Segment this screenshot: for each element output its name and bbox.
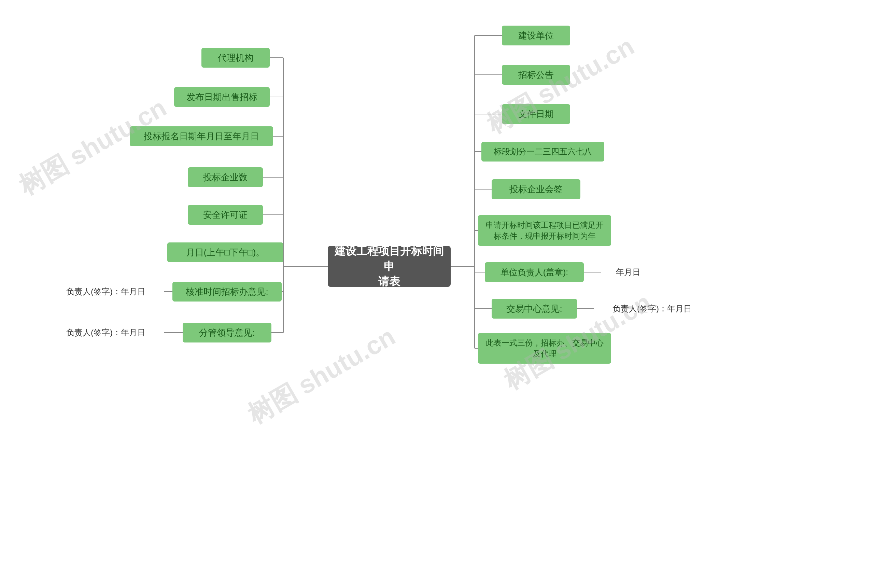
right-node-3: 文件日期 [502, 104, 570, 124]
left-node-3: 投标报名日期年月日至年月日 [130, 126, 273, 146]
right-node-9: 此表一式三份，招标办、交易中心及代理 [478, 333, 611, 364]
right-node-8: 交易中心意见: [492, 299, 577, 319]
left-node-5: 安全许可证 [188, 205, 263, 225]
watermark-1: 树图 shutu.cn [13, 91, 173, 203]
right-text-1: 年月日 [601, 262, 655, 282]
left-text-2: 负责人(签字)：年月日 [48, 322, 164, 342]
mindmap-container: 建设工程项目开标时间申请表 代理机构 发布日期出售招标 投标报名日期年月日至年月… [0, 0, 874, 588]
center-node: 建设工程项目开标时间申请表 [328, 246, 451, 287]
left-text-1: 负责人(签字)：年月日 [48, 282, 164, 302]
right-node-7: 单位负责人(盖章): [485, 262, 584, 282]
right-node-1: 建设单位 [502, 26, 570, 45]
left-node-4: 投标企业数 [188, 167, 263, 187]
left-node-6: 月日(上午□下午□)。 [167, 243, 283, 262]
left-node-8: 分管领导意见: [183, 322, 271, 342]
watermark-2: 树图 shutu.cn [480, 29, 640, 142]
left-node-7: 核准时间招标办意见: [172, 282, 282, 302]
right-node-5: 投标企业会签 [492, 179, 580, 199]
right-node-4: 标段划分一二三四五六七八 [481, 142, 604, 162]
right-node-6: 申请开标时间该工程项目已满足开标条件，现申报开标时间为年 [478, 215, 611, 246]
right-text-2: 负责人(签字)：年月日 [594, 299, 710, 319]
right-node-2: 招标公告 [502, 65, 570, 85]
left-node-2: 发布日期出售招标 [174, 87, 270, 107]
left-node-1: 代理机构 [201, 48, 270, 68]
